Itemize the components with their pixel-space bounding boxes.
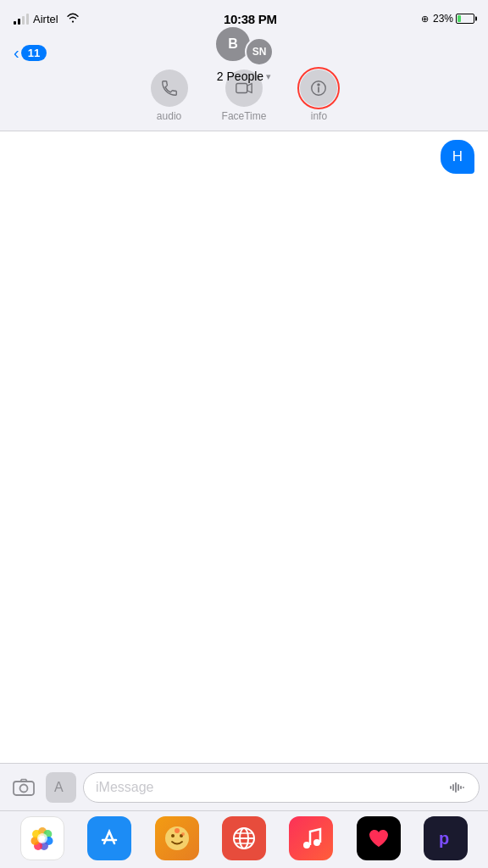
dock-emoji-icon[interactable] [155, 816, 199, 860]
message-bubble-container: H [0, 131, 488, 174]
svg-rect-10 [458, 784, 459, 791]
info-icon-wrap [300, 70, 337, 107]
facetime-label: FaceTime [222, 110, 267, 122]
contact-name[interactable]: 2 People ▾ [217, 70, 271, 83]
audio-action-button[interactable]: audio [151, 70, 188, 122]
svg-point-25 [181, 832, 185, 836]
dock-remove-icon[interactable] [357, 816, 401, 860]
remove-svg [367, 826, 391, 850]
music-svg [299, 826, 323, 850]
avatar-sn: SN [245, 37, 274, 66]
waveform-icon [449, 779, 466, 796]
apps-icon: A [53, 779, 69, 796]
svg-rect-0 [236, 84, 247, 93]
back-badge: 11 [21, 45, 47, 61]
audio-input-button[interactable] [446, 776, 469, 798]
svg-rect-8 [452, 784, 454, 791]
message-placeholder: iMessage [96, 780, 153, 795]
svg-rect-7 [450, 786, 452, 789]
message-bubble: H [441, 140, 474, 174]
nav-row: ‹ 11 B SN 2 People ▾ [0, 37, 488, 61]
dock-photos-icon[interactable] [20, 816, 64, 860]
dock-appstore-icon[interactable] [87, 816, 131, 860]
message-text: H [452, 148, 463, 164]
status-right: ⊕ 23% [421, 13, 474, 25]
back-chevron-icon: ‹ [14, 44, 19, 61]
dock-browser-icon[interactable] [222, 816, 266, 860]
battery-text: 23% [433, 13, 453, 25]
dock: p [0, 810, 488, 868]
rotation-lock-icon: ⊕ [421, 14, 429, 25]
info-icon [309, 79, 328, 97]
svg-text:p: p [439, 829, 449, 848]
phone-icon [160, 79, 179, 97]
audio-icon-wrap [151, 70, 188, 107]
svg-point-22 [171, 834, 175, 837]
signal-bars [14, 14, 29, 25]
apps-button[interactable]: A [46, 772, 76, 803]
emoji-svg [161, 822, 193, 854]
contact-name-label: 2 People [217, 70, 263, 83]
contact-center[interactable]: B SN 2 People ▾ [214, 22, 274, 83]
info-label: info [311, 110, 327, 122]
camera-button[interactable] [8, 772, 39, 803]
status-left: Airtel [14, 12, 80, 25]
svg-point-5 [20, 784, 28, 792]
svg-rect-11 [460, 786, 462, 789]
battery-icon [456, 14, 474, 24]
svg-rect-12 [463, 787, 464, 788]
message-input-field[interactable]: iMessage [83, 772, 480, 803]
chat-header: ‹ 11 B SN 2 People ▾ audio [0, 37, 488, 131]
battery-fill [458, 15, 461, 22]
avatars-row: B SN [214, 22, 274, 66]
carrier-label: Airtel [33, 13, 58, 25]
input-bar: A iMessage [0, 763, 488, 810]
photos-svg [27, 823, 58, 854]
audio-label: audio [157, 110, 181, 122]
p-svg: p [432, 825, 459, 852]
messages-area: H [0, 131, 488, 714]
back-button[interactable]: ‹ 11 [14, 44, 47, 61]
wifi-icon [66, 12, 80, 25]
battery: 23% [433, 13, 474, 25]
camera-icon [13, 778, 35, 797]
chevron-down-icon: ▾ [266, 71, 271, 82]
svg-text:A: A [54, 780, 64, 794]
dock-music-icon[interactable] [289, 816, 333, 860]
svg-rect-9 [455, 782, 457, 793]
appstore-svg [96, 825, 123, 852]
browser-svg [230, 825, 258, 852]
svg-rect-4 [14, 782, 34, 795]
svg-point-24 [175, 828, 180, 833]
info-action-button[interactable]: info [300, 70, 337, 122]
dock-p-icon[interactable]: p [424, 816, 468, 860]
svg-point-3 [319, 84, 320, 86]
svg-point-20 [37, 833, 47, 843]
